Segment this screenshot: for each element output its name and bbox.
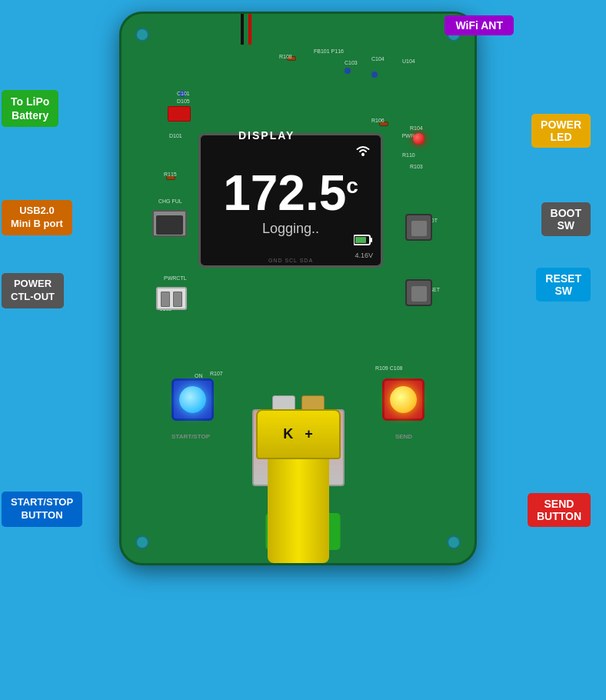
label-power-led: POWER LED	[531, 114, 591, 148]
battery-connector	[168, 106, 191, 122]
svg-rect-3	[370, 238, 372, 242]
pcb-board: R108 FB101 P116 C103 C104 U104 R106 R110…	[119, 12, 477, 565]
tc-plug-connector: K +	[256, 409, 341, 459]
reset-switch[interactable]	[405, 279, 432, 306]
tc-terminal-negative	[272, 395, 295, 411]
tc-terminals	[272, 395, 325, 411]
send-button[interactable]	[382, 378, 425, 421]
tc-k-label: K	[283, 426, 293, 442]
svg-point-0	[361, 153, 365, 156]
cap-c103	[345, 68, 351, 74]
label-reset-sw: RESET SW	[536, 268, 591, 302]
mount-hole-tl	[135, 28, 149, 42]
power-led	[413, 133, 425, 145]
label-start-stop: START/STOP BUTTON	[2, 492, 82, 527]
power-connector	[156, 287, 187, 310]
label-send-button: SEND BUTTON	[528, 493, 591, 527]
send-pcb-label: SEND	[388, 433, 419, 440]
display-label: DISPLAY	[238, 129, 295, 142]
send-led	[390, 386, 417, 413]
voltage-display: 4.16V	[355, 252, 373, 259]
usb-port[interactable]	[152, 210, 187, 237]
status-display: Logging..	[262, 221, 319, 237]
start-stop-button[interactable]	[171, 378, 214, 421]
label-power-ctl: POWER CTL-OUT	[2, 273, 64, 308]
svg-rect-2	[355, 237, 366, 243]
temperature-display: 172.5c	[223, 168, 358, 218]
label-lipo-battery: To LiPo Battery	[2, 90, 58, 127]
battery-indicator	[354, 235, 373, 248]
mount-hole-bl	[135, 535, 149, 549]
boot-switch[interactable]	[405, 214, 432, 241]
wire-red	[248, 14, 251, 45]
gnd-label: GND SCL SDA	[268, 258, 313, 263]
cap-c104	[371, 72, 378, 78]
label-usb-port: USB2.0 Mini B port	[2, 200, 72, 235]
tc-plus-label: +	[305, 426, 313, 442]
start-stop-led	[179, 386, 206, 413]
display-screen: 172.5c Logging.. 4.16V GND SCL SDA	[198, 133, 383, 268]
wifi-indicator	[355, 143, 371, 160]
tc-terminal-positive	[301, 395, 325, 411]
label-boot-sw: BOOT SW	[541, 202, 591, 236]
wire-black	[241, 14, 244, 45]
mount-hole-br	[447, 535, 461, 549]
start-stop-pcb-label: START/STOP	[164, 433, 218, 440]
label-wifi-ant: WiFi ANT	[445, 15, 514, 35]
